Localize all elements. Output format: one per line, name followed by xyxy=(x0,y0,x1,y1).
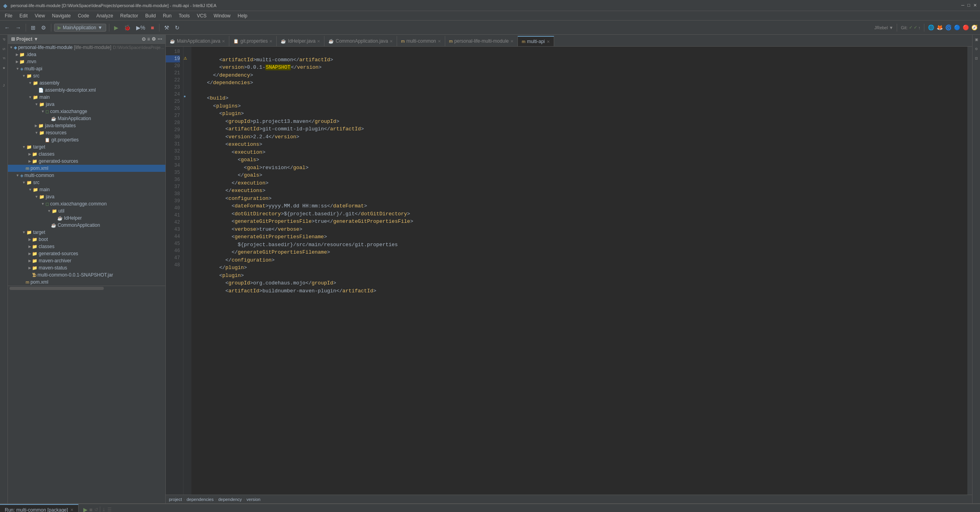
forward-btn[interactable]: → xyxy=(13,23,23,32)
tree-main-application[interactable]: ▶ ☕ MainApplication xyxy=(8,115,165,122)
sidebar-icon-structure[interactable]: S xyxy=(1,46,7,52)
sync-btn[interactable]: ↻ xyxy=(173,23,182,32)
right-scrollbar-gutter[interactable] xyxy=(967,47,972,495)
tree-maven-status[interactable]: ▶ 📁 maven-status xyxy=(8,264,165,271)
tab-main-application[interactable]: ☕ MainApplication.java ✕ xyxy=(166,36,229,46)
opera-icon[interactable]: 🔴 xyxy=(963,24,969,30)
tab-common-application[interactable]: ☕ CommonApplication.java ✕ xyxy=(324,36,397,46)
tree-assembly[interactable]: ▼ 📁 assembly xyxy=(8,79,165,87)
tree-scrollbar[interactable] xyxy=(8,286,165,290)
run-control-stop[interactable]: ■ xyxy=(89,506,92,512)
tree-generated-sources-common[interactable]: ▶ 📁 generated-sources xyxy=(8,250,165,257)
tree-pom-api[interactable]: ▶ m pom.xml xyxy=(8,165,165,172)
tab-personal-life[interactable]: m personal-life-multi-module ✕ xyxy=(445,36,518,46)
tab-personal-life-close[interactable]: ✕ xyxy=(510,39,513,43)
debug-btn[interactable]: 🐞 xyxy=(122,23,133,32)
menu-analyze[interactable]: Analyze xyxy=(93,12,116,19)
sidebar-icon-2[interactable]: F xyxy=(1,55,7,62)
tree-generated-sources-api[interactable]: ▶ 📁 generated-sources xyxy=(8,158,165,165)
tree-classes-common[interactable]: ▶ 📁 classes xyxy=(8,243,165,250)
menu-code[interactable]: Code xyxy=(75,12,92,19)
menu-window[interactable]: Window xyxy=(210,12,234,19)
run-control-filter[interactable]: ☰ xyxy=(107,507,112,512)
sidebar-icon-favorites[interactable]: ★ xyxy=(1,65,7,71)
right-sidebar-icon-3[interactable]: ⊟ xyxy=(973,55,980,62)
tree-java-templates[interactable]: ▶ 📁 java-templates xyxy=(8,122,165,129)
tree-main[interactable]: ▼ 📁 main xyxy=(8,94,165,101)
run-tab-close[interactable]: ✕ xyxy=(70,508,73,512)
tree-git-properties[interactable]: ▶ 📋 git.properties xyxy=(8,136,165,143)
run-control-restart[interactable]: ↺ xyxy=(94,507,98,512)
tab-multi-api-close[interactable]: ✕ xyxy=(547,40,550,44)
menu-help[interactable]: Help xyxy=(234,12,251,19)
menu-build[interactable]: Build xyxy=(142,12,159,19)
tree-main-common[interactable]: ▼ 📁 main xyxy=(8,186,165,193)
gear-icon[interactable]: ⋯ xyxy=(157,36,162,42)
code-area[interactable]: <artifactId>multi-common</artifactId> <v… xyxy=(191,47,967,495)
tree-snapshot-jar[interactable]: ▶ 🗜 multi-common-0.0.1-SNAPSHOT.jar xyxy=(8,271,165,279)
tab-multi-common[interactable]: m multi-common ✕ xyxy=(397,36,445,46)
menu-run[interactable]: Run xyxy=(160,12,175,19)
tree-target-api[interactable]: ▼ 📁 target xyxy=(8,143,165,151)
run-control-rerun[interactable]: ▶ xyxy=(83,506,88,512)
tab-common-application-close[interactable]: ✕ xyxy=(390,39,393,43)
menu-view[interactable]: View xyxy=(32,12,48,19)
build-btn[interactable]: ⚒ xyxy=(162,23,171,32)
sidebar-icon-jrebel[interactable]: J xyxy=(1,82,7,88)
right-sidebar-icon-1[interactable]: ▣ xyxy=(973,36,980,43)
run-control-scroll[interactable]: ⤓ xyxy=(102,507,106,512)
tab-main-application-close[interactable]: ✕ xyxy=(222,39,225,43)
ie-icon[interactable]: 🔵 xyxy=(954,24,960,30)
tab-multi-common-close[interactable]: ✕ xyxy=(438,39,441,43)
menu-refactor[interactable]: Refactor xyxy=(117,12,141,19)
menu-vcs[interactable]: VCS xyxy=(194,12,210,19)
maximize-btn[interactable]: □ xyxy=(967,3,970,8)
tab-id-helper[interactable]: ☕ IdHelper.java ✕ xyxy=(277,36,324,46)
tree-assembly-descriptor[interactable]: ▶ 📄 assembly-descriptor.xml xyxy=(8,87,165,94)
tree-classes-api[interactable]: ▶ 📁 classes xyxy=(8,151,165,158)
back-btn[interactable]: ← xyxy=(2,23,12,32)
minimize-btn[interactable]: ─ xyxy=(961,3,965,8)
tree-pom-common[interactable]: ▶ m pom.xml xyxy=(8,279,165,286)
safari-icon[interactable]: 🧭 xyxy=(971,24,978,30)
tree-java[interactable]: ▼ 📁 java xyxy=(8,101,165,108)
tree-util[interactable]: ▼ 📁 util xyxy=(8,207,165,215)
tree-id-helper[interactable]: ▶ ☕ IdHelper xyxy=(8,215,165,222)
locate-icon[interactable]: ⊙ xyxy=(142,36,146,42)
tab-id-helper-close[interactable]: ✕ xyxy=(317,39,320,43)
collapse-icon[interactable]: ≡ xyxy=(147,36,150,42)
menu-navigate[interactable]: Navigate xyxy=(49,12,74,19)
tree-target-common[interactable]: ▼ 📁 target xyxy=(8,229,165,236)
tree-mvn[interactable]: ▶ 📁 .mvn xyxy=(8,58,165,65)
run-with-coverage-btn[interactable]: ▶% xyxy=(134,23,147,32)
tree-multi-api[interactable]: ▼ ◈ multi-api xyxy=(8,65,165,72)
firefox-icon[interactable]: 🦊 xyxy=(937,24,943,30)
breadcrumb-dependency[interactable]: dependency xyxy=(218,497,242,502)
breadcrumb-dependencies[interactable]: dependencies xyxy=(187,497,214,502)
tree-root[interactable]: ▼ ◆ personal-life-multi-module [life-mul… xyxy=(8,44,165,51)
chrome-icon[interactable]: 🌐 xyxy=(928,24,934,30)
tree-src[interactable]: ▼ 📁 src xyxy=(8,72,165,79)
tree-common-application[interactable]: ▶ ☕ CommonApplication xyxy=(8,222,165,229)
menu-edit[interactable]: Edit xyxy=(16,12,31,19)
breadcrumb-version[interactable]: version xyxy=(247,497,260,502)
project-structure-btn[interactable]: ⊞ xyxy=(29,23,37,32)
run-config-selector[interactable]: ▶ MainApplication ▼ xyxy=(54,24,106,32)
tab-git-properties[interactable]: 📋 git.properties ✕ xyxy=(229,36,277,46)
tab-git-properties-close[interactable]: ✕ xyxy=(269,39,272,43)
settings-icon[interactable]: ⚙ xyxy=(152,36,156,42)
settings-btn[interactable]: ⚙ xyxy=(39,23,48,32)
tree-idea[interactable]: ▶ 📁 .idea xyxy=(8,51,165,58)
run-btn[interactable]: ▶ xyxy=(112,23,120,32)
tab-multi-api[interactable]: m multi-api ✕ xyxy=(518,36,554,46)
edge-icon[interactable]: 🌀 xyxy=(945,24,952,30)
menu-tools[interactable]: Tools xyxy=(176,12,193,19)
sidebar-icon-1[interactable]: P xyxy=(1,36,7,43)
tree-maven-archiver[interactable]: ▶ 📁 maven-archiver xyxy=(8,257,165,264)
menu-file[interactable]: File xyxy=(2,12,15,19)
tree-multi-common[interactable]: ▼ ◈ multi-common xyxy=(8,172,165,179)
close-btn[interactable]: ✕ xyxy=(973,3,977,8)
breadcrumb-project[interactable]: project xyxy=(169,497,182,502)
tree-java-common[interactable]: ▼ 📁 java xyxy=(8,193,165,200)
tree-resources[interactable]: ▼ 📁 resources xyxy=(8,129,165,136)
